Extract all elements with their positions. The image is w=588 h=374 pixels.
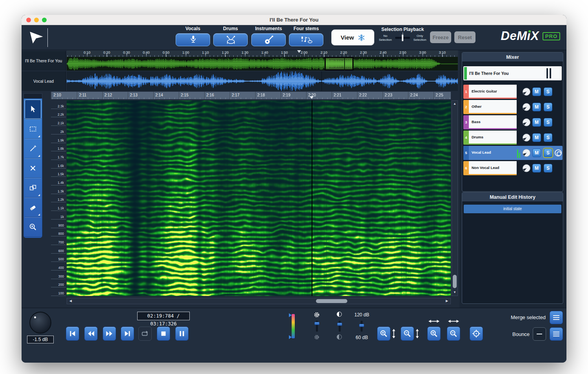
instruments-stem-button[interactable] (251, 33, 286, 46)
contrast-min-icon[interactable] (337, 334, 342, 340)
settings-min-icon[interactable] (314, 334, 320, 340)
view-region-selection[interactable] (325, 57, 354, 71)
mute-button[interactable]: M (532, 103, 541, 111)
vocal-lead-waveform[interactable] (67, 71, 458, 91)
colormap-bottom-handle[interactable] (289, 335, 292, 339)
solo-button[interactable]: S (544, 164, 552, 172)
mixer-channel-electric-guitar[interactable]: 1Electric GuitarMS (463, 85, 563, 99)
vocals-stem-button[interactable] (176, 33, 210, 46)
mixer-channel-other[interactable]: 2OtherMS (463, 100, 563, 114)
skip-start-button[interactable] (66, 327, 79, 341)
history-item[interactable]: initial state (464, 205, 561, 213)
spectrogram-view[interactable] (67, 100, 451, 296)
view-button[interactable]: View (331, 29, 374, 45)
colormap-range-slider[interactable] (292, 314, 295, 338)
db-range-slider-handle[interactable] (359, 324, 364, 327)
eraser-tool[interactable] (25, 198, 41, 217)
tool-palette-header[interactable] (24, 93, 42, 98)
db-range-slider[interactable] (361, 321, 363, 332)
scroll-left-icon[interactable]: ◀ (67, 298, 74, 304)
mixer-master-row[interactable]: I'll Be There For You (463, 66, 562, 80)
zoom-time-ruler[interactable]: 2:102:112:122:132:142:152:162:172:182:19… (51, 92, 451, 99)
pan-knob[interactable] (523, 134, 530, 142)
cut-tool[interactable] (25, 158, 41, 178)
bounce-menu-button[interactable] (550, 327, 563, 341)
settings-max-icon[interactable] (313, 311, 320, 318)
solo-button[interactable]: S (544, 133, 552, 142)
contrast-slider-handle[interactable] (337, 323, 342, 326)
freeze-button[interactable]: Freeze (430, 31, 451, 43)
zoom-out-horizontal-button[interactable] (447, 327, 460, 341)
contrast-max-icon[interactable] (337, 312, 342, 317)
mute-button[interactable]: M (532, 87, 541, 96)
overview-waveform[interactable] (67, 57, 458, 71)
volume-knob[interactable] (29, 312, 51, 334)
loop-button[interactable] (138, 327, 152, 341)
mute-button[interactable]: M (532, 149, 541, 157)
zoom-to-fit-button[interactable] (470, 327, 483, 341)
scroll-right-icon[interactable]: ▶ (444, 298, 450, 304)
contrast-slider[interactable] (339, 321, 341, 332)
reset-button[interactable]: Reset (454, 31, 475, 43)
fast-forward-button[interactable] (103, 327, 116, 341)
rewind-button[interactable] (84, 327, 98, 341)
mute-button[interactable]: M (532, 164, 541, 172)
bounce-remove-button[interactable] (533, 327, 546, 341)
zoom-tool[interactable] (25, 217, 41, 237)
pan-knob[interactable] (523, 149, 530, 157)
pointer-tool[interactable] (25, 100, 41, 119)
overview-time-ruler[interactable]: 0:100:200:300:400:501:001:101:201:301:40… (67, 50, 458, 57)
horizontal-zoom-arrows-icon[interactable] (427, 319, 441, 324)
gain-slider[interactable] (316, 321, 318, 332)
selection-playback-slider-handle[interactable] (402, 34, 403, 41)
merge-menu-button[interactable] (550, 311, 563, 324)
vertical-scrollbar[interactable]: ▲ ▼ (452, 100, 458, 296)
zoom-in-horizontal-button[interactable] (427, 327, 441, 341)
overview-waveform-canvas[interactable] (67, 57, 458, 71)
zoom-out-vertical-button[interactable] (401, 327, 414, 341)
colormap-top-handle[interactable] (289, 313, 292, 317)
split-tool[interactable] (25, 178, 41, 198)
vertical-zoom-arrows-icon[interactable] (391, 327, 396, 341)
four-stems-stem-button[interactable] (289, 33, 323, 46)
scroll-down-icon[interactable]: ▼ (452, 290, 457, 295)
horizontal-scrollbar[interactable]: ◀ ▶ (67, 298, 451, 304)
pan-knob[interactable] (523, 164, 530, 172)
scroll-up-icon[interactable]: ▲ (452, 101, 457, 107)
solo-button[interactable]: S (544, 103, 552, 111)
marquee-select-tool[interactable] (25, 119, 41, 139)
target-icon[interactable] (555, 149, 562, 156)
vertical-scroll-thumb[interactable] (453, 275, 457, 288)
wand-tool[interactable] (25, 139, 41, 158)
level-meter (518, 102, 519, 112)
gain-slider-handle[interactable] (314, 322, 319, 325)
zoom-in-vertical-button[interactable] (377, 327, 390, 341)
drum-kit-icon (214, 35, 247, 45)
spectrogram-canvas[interactable] (67, 100, 451, 296)
mixer-channel-vocal-lead[interactable]: 5Vocal LeadMS (463, 146, 563, 160)
skip-end-button[interactable] (121, 327, 134, 341)
mixer-channel-bass[interactable]: 3BassMS (463, 115, 563, 129)
horizontal-zoom-arrows-icon-2[interactable] (447, 319, 460, 324)
solo-button[interactable]: S (544, 118, 552, 127)
time-tick-label: 0:50 (163, 51, 170, 54)
mute-button[interactable]: M (532, 133, 541, 142)
master-color-bar (464, 67, 467, 80)
mixer-channel-non-vocal-lead[interactable]: 6Non Vocal LeadMS (463, 161, 563, 175)
stop-button[interactable] (157, 327, 170, 341)
horizontal-scroll-thumb[interactable] (316, 299, 347, 303)
solo-button[interactable]: S (544, 149, 552, 157)
drums-stem-button[interactable] (213, 33, 248, 46)
pan-knob[interactable] (523, 103, 530, 111)
mute-button[interactable]: M (532, 118, 541, 127)
solo-button[interactable]: S (544, 87, 552, 96)
vertical-zoom-arrows-icon-2[interactable] (415, 327, 420, 341)
pan-knob[interactable] (523, 118, 530, 126)
playhead-marker-icon[interactable] (297, 50, 301, 53)
pan-knob[interactable] (523, 88, 530, 96)
selection-playback-slider[interactable] (395, 37, 410, 39)
mixer-channel-drums[interactable]: 4DrumsMS (463, 131, 563, 145)
pause-button[interactable] (175, 327, 189, 341)
tool-palette (24, 93, 42, 238)
vocal-lead-waveform-canvas[interactable] (67, 71, 458, 91)
